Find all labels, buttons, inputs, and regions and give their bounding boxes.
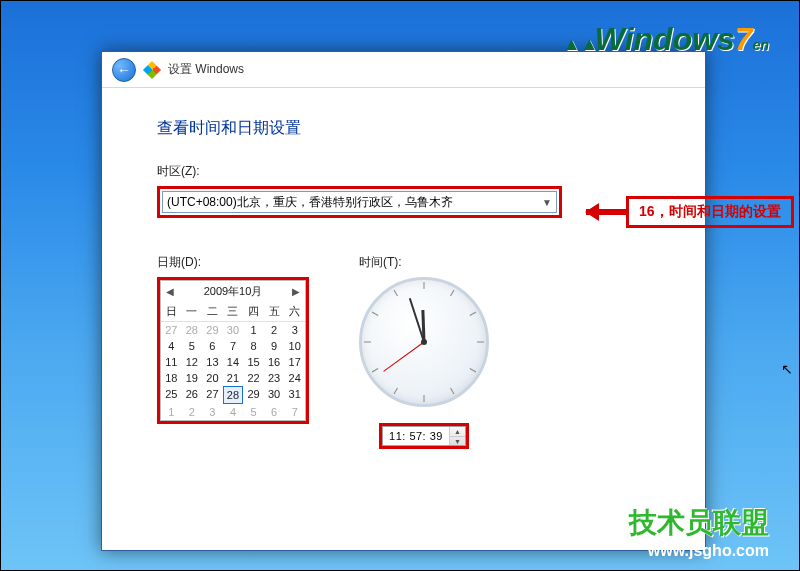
watermark-url: www.jsgho.com	[629, 542, 769, 560]
calendar-day[interactable]: 5	[182, 338, 203, 354]
calendar-day[interactable]: 18	[161, 370, 182, 386]
calendar-day[interactable]: 3	[284, 322, 305, 338]
time-highlight-box: 11: 57: 39 ▲ ▼	[379, 423, 469, 449]
calendar[interactable]: ◀ 2009年10月 ▶ 日一二三四五六27282930123456789101…	[160, 280, 306, 421]
time-value[interactable]: 11: 57: 39	[383, 430, 449, 442]
calendar-day[interactable]: 11	[161, 354, 182, 370]
clock-tick	[394, 388, 398, 395]
clock-tick	[394, 290, 398, 297]
clock-tick	[470, 368, 477, 372]
calendar-day[interactable]: 2	[182, 404, 203, 420]
calendar-day[interactable]: 28	[223, 386, 244, 404]
calendar-day[interactable]: 6	[202, 338, 223, 354]
brand-seven: 7	[735, 21, 753, 58]
setup-dialog: ← 设置 Windows 查看时间和日期设置 时区(Z): (UTC+08:00…	[101, 51, 706, 551]
calendar-day[interactable]: 30	[264, 386, 285, 404]
calendar-day[interactable]: 31	[284, 386, 305, 404]
calendar-day[interactable]: 23	[264, 370, 285, 386]
clock-tick	[450, 290, 454, 297]
calendar-next-button[interactable]: ▶	[291, 286, 301, 297]
annotation: 16，时间和日期的设置	[576, 196, 794, 228]
brand-suffix: en	[753, 37, 769, 53]
spinner-down-button[interactable]: ▼	[450, 437, 465, 446]
clock-tick	[372, 312, 379, 316]
clock-tick	[364, 342, 371, 343]
clock-tick	[424, 395, 425, 402]
calendar-day[interactable]: 27	[161, 322, 182, 338]
calendar-day[interactable]: 4	[223, 404, 244, 420]
calendar-day[interactable]: 25	[161, 386, 182, 404]
calendar-day[interactable]: 22	[243, 370, 264, 386]
calendar-day[interactable]: 9	[264, 338, 285, 354]
calendar-month-label: 2009年10月	[204, 284, 263, 299]
calendar-day[interactable]: 6	[264, 404, 285, 420]
date-label: 日期(D):	[157, 254, 309, 271]
chevron-down-icon: ▼	[542, 197, 552, 208]
calendar-dow: 五	[264, 302, 285, 322]
calendar-day[interactable]: 5	[243, 404, 264, 420]
clock-center-dot	[421, 339, 427, 345]
calendar-day[interactable]: 28	[182, 322, 203, 338]
calendar-day[interactable]: 1	[243, 322, 264, 338]
brand-mid: indows	[625, 21, 735, 58]
clock-tick	[372, 368, 379, 372]
calendar-day[interactable]: 30	[223, 322, 244, 338]
calendar-day[interactable]: 16	[264, 354, 285, 370]
calendar-day[interactable]: 7	[284, 404, 305, 420]
calendar-day[interactable]: 19	[182, 370, 203, 386]
calendar-dow: 一	[182, 302, 203, 322]
back-button[interactable]: ←	[112, 58, 136, 82]
calendar-day[interactable]: 3	[202, 404, 223, 420]
calendar-dow: 四	[243, 302, 264, 322]
spinner-up-button[interactable]: ▲	[450, 427, 465, 437]
calendar-day[interactable]: 8	[243, 338, 264, 354]
calendar-day[interactable]: 29	[202, 322, 223, 338]
timezone-selected-text: (UTC+08:00)北京，重庆，香港特别行政区，乌鲁木齐	[167, 194, 453, 211]
watermark-top: ▲▲ Windows7en	[563, 21, 769, 58]
calendar-day[interactable]: 1	[161, 404, 182, 420]
brand-w: W	[594, 21, 624, 58]
calendar-dow: 三	[223, 302, 244, 322]
calendar-dow: 二	[202, 302, 223, 322]
time-label: 时间(T):	[359, 254, 489, 271]
titlebar-text: 设置 Windows	[168, 61, 244, 78]
calendar-highlight-box: ◀ 2009年10月 ▶ 日一二三四五六27282930123456789101…	[157, 277, 309, 424]
arrow-left-icon	[576, 206, 626, 218]
watermark-bottom: 技术员联盟 www.jsgho.com	[629, 504, 769, 560]
watermark-title: 技术员联盟	[629, 504, 769, 542]
timezone-dropdown[interactable]: (UTC+08:00)北京，重庆，香港特别行政区，乌鲁木齐 ▼	[162, 191, 557, 213]
clock-tick	[424, 282, 425, 289]
arrow-left-icon: ←	[117, 62, 131, 78]
windows-icon	[143, 60, 161, 78]
annotation-text: 16，时间和日期的设置	[626, 196, 794, 228]
timezone-highlight-box: (UTC+08:00)北京，重庆，香港特别行政区，乌鲁木齐 ▼	[157, 186, 562, 218]
timezone-label: 时区(Z):	[157, 163, 650, 180]
calendar-day[interactable]: 27	[202, 386, 223, 404]
calendar-dow: 日	[161, 302, 182, 322]
spinner-buttons[interactable]: ▲ ▼	[449, 427, 465, 445]
calendar-day[interactable]: 7	[223, 338, 244, 354]
calendar-day[interactable]: 12	[182, 354, 203, 370]
calendar-day[interactable]: 24	[284, 370, 305, 386]
time-spinner[interactable]: 11: 57: 39 ▲ ▼	[382, 426, 466, 446]
page-heading: 查看时间和日期设置	[157, 118, 650, 139]
calendar-day[interactable]: 26	[182, 386, 203, 404]
calendar-day[interactable]: 21	[223, 370, 244, 386]
content-area: 查看时间和日期设置 时区(Z): (UTC+08:00)北京，重庆，香港特别行政…	[102, 88, 705, 479]
calendar-day[interactable]: 10	[284, 338, 305, 354]
calendar-day[interactable]: 4	[161, 338, 182, 354]
calendar-day[interactable]: 15	[243, 354, 264, 370]
calendar-day[interactable]: 17	[284, 354, 305, 370]
calendar-day[interactable]: 13	[202, 354, 223, 370]
calendar-prev-button[interactable]: ◀	[165, 286, 175, 297]
calendar-day[interactable]: 2	[264, 322, 285, 338]
calendar-dow: 六	[284, 302, 305, 322]
mountain-icon: ▲▲	[563, 34, 599, 55]
calendar-day[interactable]: 20	[202, 370, 223, 386]
calendar-day[interactable]: 14	[223, 354, 244, 370]
second-hand	[383, 342, 424, 372]
calendar-day[interactable]: 29	[243, 386, 264, 404]
clock-tick	[470, 312, 477, 316]
analog-clock	[359, 277, 489, 407]
cursor-icon: ↖	[781, 361, 793, 377]
